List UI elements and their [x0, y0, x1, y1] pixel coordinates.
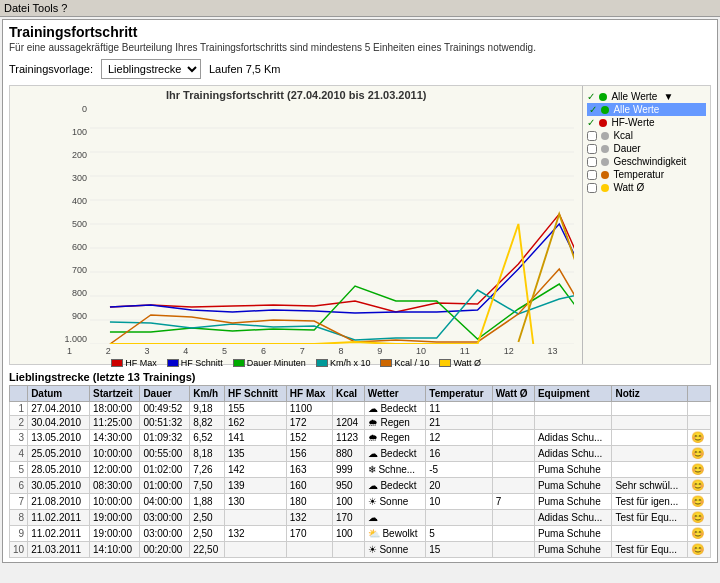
cell-hf-schnitt: 135	[224, 446, 286, 462]
checkbox-kcal[interactable]	[587, 131, 597, 141]
main-container: Trainingsfortschritt Für eine aussagekrä…	[2, 19, 718, 563]
cell-datum: 30.05.2010	[28, 478, 90, 494]
filter-temperatur[interactable]: Temperatur	[587, 168, 706, 181]
col-equipment[interactable]: Equipment	[534, 386, 612, 402]
cell-kmh: 2,50	[190, 526, 225, 542]
col-dauer[interactable]: Dauer	[140, 386, 190, 402]
cell-hf-max: 160	[286, 478, 332, 494]
checkbox-dauer[interactable]	[587, 144, 597, 154]
cell-dauer: 01:09:32	[140, 430, 190, 446]
cell-watt	[492, 430, 534, 446]
legend-color-kcal	[380, 359, 392, 367]
y-label-800: 800	[72, 288, 87, 298]
checkbox-temperatur[interactable]	[587, 170, 597, 180]
cell-notiz	[612, 430, 688, 446]
filter-dauer[interactable]: Dauer	[587, 142, 706, 155]
cell-notiz: Test für igen...	[612, 494, 688, 510]
col-watt[interactable]: Watt Ø	[492, 386, 534, 402]
cell-datum: 11.02.2011	[28, 510, 90, 526]
cell-kcal: 950	[332, 478, 364, 494]
cell-watt	[492, 416, 534, 430]
dropdown-icon-alle-werte[interactable]: ▼	[663, 91, 673, 102]
filter-geschwindigkeit[interactable]: Geschwindigkeit	[587, 155, 706, 168]
col-kmh[interactable]: Km/h	[190, 386, 225, 402]
cell-equip	[534, 416, 612, 430]
y-label-400: 400	[72, 196, 87, 206]
checkbox-geschwindigkeit[interactable]	[587, 157, 597, 167]
cell-hf-schnitt: 132	[224, 526, 286, 542]
toolbar-text: Datei Tools ?	[4, 2, 67, 14]
filter-hf-werte[interactable]: ✓ HF-Werte	[587, 116, 706, 129]
col-hf-schnitt[interactable]: HF Schnitt	[224, 386, 286, 402]
checkbox-watt[interactable]	[587, 183, 597, 193]
filter-dot-temperatur	[601, 171, 609, 179]
table-row[interactable]: 1 27.04.2010 18:00:00 00:49:52 9,18 155 …	[10, 402, 711, 416]
cell-smiley	[688, 416, 711, 430]
filter-label-temperatur: Temperatur	[613, 169, 664, 180]
cell-start: 19:00:00	[90, 526, 140, 542]
col-wetter[interactable]: Wetter	[364, 386, 426, 402]
cell-kmh: 6,52	[190, 430, 225, 446]
cell-temp: 15	[426, 542, 492, 558]
col-datum[interactable]: Datum	[28, 386, 90, 402]
cell-wetter: ☀ Sonne	[364, 542, 426, 558]
table-row[interactable]: 10 21.03.2011 14:10:00 00:20:00 22,50 ☀ …	[10, 542, 711, 558]
smiley-icon: 😊	[691, 479, 705, 491]
cell-equip: Puma Schuhe	[534, 478, 612, 494]
cell-dauer: 00:49:52	[140, 402, 190, 416]
table-row[interactable]: 3 13.05.2010 14:30:00 01:09:32 6,52 141 …	[10, 430, 711, 446]
col-kcal[interactable]: Kcal	[332, 386, 364, 402]
col-startzeit[interactable]: Startzeit	[90, 386, 140, 402]
legend-dauer: Dauer Minuten	[233, 358, 306, 368]
cell-watt	[492, 478, 534, 494]
col-notiz[interactable]: Notiz	[612, 386, 688, 402]
table-row[interactable]: 2 30.04.2010 11:25:00 00:51:32 8,82 162 …	[10, 416, 711, 430]
table-row[interactable]: 7 21.08.2010 10:00:00 04:00:00 1,88 130 …	[10, 494, 711, 510]
cell-hf-max: 156	[286, 446, 332, 462]
trainingvorlage-select[interactable]: Lieblingstrecke	[101, 59, 201, 79]
cell-kcal: 880	[332, 446, 364, 462]
filter-label-kcal: Kcal	[613, 130, 632, 141]
y-label-100: 100	[72, 127, 87, 137]
table-row[interactable]: 6 30.05.2010 08:30:00 01:00:00 7,50 139 …	[10, 478, 711, 494]
checkmark-highlight: ✓	[589, 104, 597, 115]
cell-datum: 11.02.2011	[28, 526, 90, 542]
col-hf-max[interactable]: HF Max	[286, 386, 332, 402]
cell-smiley: 😊	[688, 446, 711, 462]
filter-alle-werte[interactable]: ✓ Alle Werte ▼	[587, 90, 706, 103]
cell-equip: Adidas Schu...	[534, 446, 612, 462]
cell-kmh: 7,50	[190, 478, 225, 494]
cell-datum: 30.04.2010	[28, 416, 90, 430]
filter-dot-geschwindigkeit	[601, 158, 609, 166]
filter-label-alle-werte: Alle Werte	[611, 91, 657, 102]
cell-watt	[492, 446, 534, 462]
smiley-icon: 😊	[691, 511, 705, 523]
y-label-500: 500	[72, 219, 87, 229]
col-temperatur[interactable]: Temperatur	[426, 386, 492, 402]
weather-icon: ☀	[368, 496, 377, 507]
cell-temp: -5	[426, 462, 492, 478]
table-row[interactable]: 9 11.02.2011 19:00:00 03:00:00 2,50 132 …	[10, 526, 711, 542]
smiley-icon: 😊	[691, 447, 705, 459]
dauer-line	[110, 284, 574, 339]
cell-kcal: 100	[332, 494, 364, 510]
chart-right: ✓ Alle Werte ▼ ✓ Alle Werte ✓ HF-Werte K…	[583, 86, 710, 364]
table-row[interactable]: 8 11.02.2011 19:00:00 03:00:00 2,50 132 …	[10, 510, 711, 526]
chart-left: Ihr Trainingsfortschritt (27.04.2010 bis…	[10, 86, 583, 364]
weather-icon: ☀	[368, 544, 377, 555]
filter-watt[interactable]: Watt Ø	[587, 181, 706, 194]
cell-temp: 12	[426, 430, 492, 446]
cell-hf-schnitt: 155	[224, 402, 286, 416]
cell-start: 10:00:00	[90, 446, 140, 462]
table-row[interactable]: 5 28.05.2010 12:00:00 01:02:00 7,26 142 …	[10, 462, 711, 478]
filter-alle-werte-highlight[interactable]: ✓ Alle Werte	[587, 103, 706, 116]
weather-icon: ☁	[368, 448, 378, 459]
cell-wetter: 🌧 Regen	[364, 430, 426, 446]
select-sublabel: Laufen 7,5 Km	[209, 63, 281, 75]
filter-label-highlight: Alle Werte	[613, 104, 659, 115]
filter-label-dauer: Dauer	[613, 143, 640, 154]
table-row[interactable]: 4 25.05.2010 10:00:00 00:55:00 8,18 135 …	[10, 446, 711, 462]
filter-kcal[interactable]: Kcal	[587, 129, 706, 142]
row-num: 6	[10, 478, 28, 494]
cell-hf-max: 180	[286, 494, 332, 510]
